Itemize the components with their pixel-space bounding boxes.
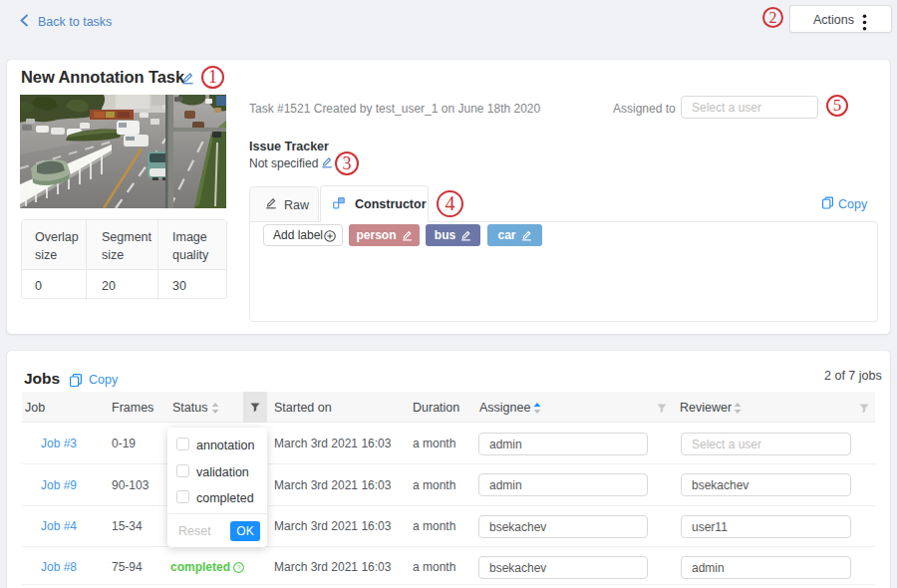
svg-text:?: ? <box>237 563 241 572</box>
